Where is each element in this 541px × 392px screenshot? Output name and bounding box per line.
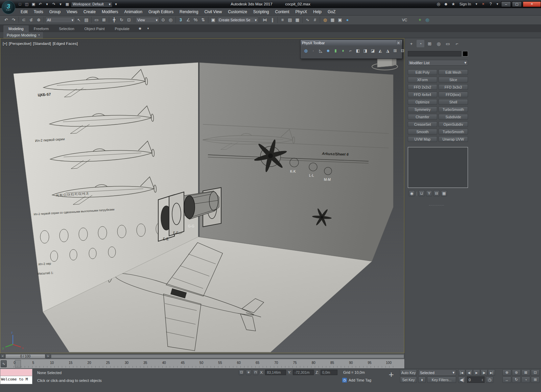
curve-editor-icon[interactable]: ∿ bbox=[304, 17, 311, 24]
project-folder-icon[interactable]: ▦ bbox=[64, 1, 70, 7]
modifier-button-smooth[interactable]: Smooth bbox=[408, 129, 437, 134]
track-bar[interactable]: ∿ 0 5 10 15 20 25 30 35 40 45 50 55 60 6… bbox=[0, 359, 404, 368]
workspace-caret-icon[interactable]: ▾ bbox=[113, 1, 119, 7]
new-scene-icon[interactable]: □ bbox=[17, 1, 23, 7]
make-unique-icon[interactable]: Y bbox=[426, 190, 432, 196]
menu-goz[interactable]: GoZ bbox=[325, 8, 338, 16]
viewport-menu-general[interactable]: [+] bbox=[3, 42, 7, 46]
configure-modifier-sets-icon[interactable]: ▦ bbox=[441, 190, 447, 196]
modifier-button-ffd2[interactable]: FFD 2x2x2 bbox=[408, 84, 437, 90]
modifier-button-edit-poly[interactable]: Edit Poly bbox=[408, 69, 437, 75]
tab-utilities-icon[interactable]: ⌐ bbox=[453, 40, 461, 47]
civil-view-icon[interactable]: + bbox=[416, 17, 423, 24]
menu-tools[interactable]: Tools bbox=[31, 8, 46, 16]
tab-object-paint[interactable]: Object Paint bbox=[79, 25, 110, 32]
physx-sim-start-icon[interactable]: ⊞ bbox=[392, 47, 398, 54]
modifier-button-symmetry[interactable]: Symmetry bbox=[408, 106, 437, 112]
time-configuration-icon[interactable]: ◷ bbox=[486, 376, 493, 383]
viewport-menu-shading[interactable]: [Standard] bbox=[33, 42, 51, 46]
x-coordinate-field[interactable]: 83,146m bbox=[265, 370, 286, 375]
next-key-button[interactable]: |▶ bbox=[480, 369, 488, 376]
tab-motion-icon[interactable]: ◎ bbox=[435, 40, 443, 47]
macro-recorder-pane[interactable] bbox=[0, 369, 32, 376]
redo-caret-icon[interactable]: ▾ bbox=[57, 1, 64, 7]
physx-capsule-icon[interactable]: ▮ bbox=[332, 47, 339, 54]
tab-modify-icon[interactable]: ◔ bbox=[417, 40, 424, 47]
perspective-viewport[interactable]: ЦКБ-57 Ил-2 первой серии A| B| C| D| E| … bbox=[0, 38, 404, 353]
tab-freeform[interactable]: Freeform bbox=[29, 25, 54, 32]
tab-display-icon[interactable]: ▭ bbox=[444, 40, 452, 47]
undo-icon[interactable]: ↶ bbox=[3, 17, 10, 24]
edit-named-selections-icon[interactable]: ▣ bbox=[210, 17, 217, 24]
current-frame-field[interactable]: 0 ▴▾ bbox=[467, 376, 485, 383]
modifier-button-creaseset[interactable]: CreaseSet bbox=[408, 121, 437, 127]
menu-rendering[interactable]: Rendering bbox=[177, 8, 201, 16]
select-and-place-icon[interactable]: ◎ bbox=[167, 17, 174, 24]
go-to-end-button[interactable]: ▶| bbox=[488, 369, 495, 376]
zoom-all-icon[interactable]: ⊛ bbox=[512, 369, 521, 376]
absolute-mode-icon[interactable]: ⊡ bbox=[239, 370, 244, 375]
menu-animation[interactable]: Animation bbox=[121, 8, 145, 16]
modifier-button-turbosmooth2[interactable]: TurboSmooth bbox=[439, 129, 468, 134]
menu-customize[interactable]: Customize bbox=[225, 8, 250, 16]
modifier-button-chamfer[interactable]: Chamfer bbox=[408, 114, 437, 120]
scene-explorer-icon[interactable]: ▤ bbox=[286, 17, 293, 24]
menu-group[interactable]: Group bbox=[46, 8, 64, 16]
crosshair-icon[interactable]: + bbox=[385, 369, 397, 380]
mirror-icon[interactable]: ⋈ bbox=[261, 17, 268, 24]
go-to-start-button[interactable]: |◀ bbox=[458, 369, 465, 376]
physx-sim-stop-icon[interactable]: ⊟ bbox=[399, 47, 406, 54]
select-by-name-icon[interactable]: ▤ bbox=[83, 17, 90, 24]
field-of-view-icon[interactable]: ◔ bbox=[521, 376, 530, 383]
modifier-button-subdivide[interactable]: Subdivide bbox=[439, 114, 468, 120]
tab-populate[interactable]: Populate bbox=[110, 25, 134, 32]
next-frame-arrow[interactable]: > bbox=[46, 354, 50, 359]
open-file-icon[interactable]: ◫ bbox=[24, 1, 30, 7]
a360-icon[interactable]: × bbox=[480, 1, 487, 7]
tab-create-icon[interactable]: + bbox=[407, 40, 415, 47]
mini-curve-editor-icon[interactable]: ∿ bbox=[1, 360, 7, 367]
modifier-button-ffd4[interactable]: FFD 4x4x4 bbox=[408, 92, 437, 97]
modifier-button-ffdbox[interactable]: FFD(box) bbox=[439, 92, 468, 97]
previous-key-button[interactable]: ◀| bbox=[466, 369, 473, 376]
sign-in-caret-icon[interactable]: ▾ bbox=[474, 1, 479, 7]
menu-edit[interactable]: Edit bbox=[18, 8, 31, 16]
undo-caret-icon[interactable]: ▾ bbox=[44, 1, 50, 7]
undo-icon[interactable]: ↶ bbox=[37, 1, 43, 7]
physx-point-icon[interactable]: ∙ bbox=[310, 47, 316, 54]
physx-ramp-icon[interactable]: ◺ bbox=[317, 47, 324, 54]
rendered-frame-window-icon[interactable]: ▣ bbox=[336, 17, 344, 24]
modifier-button-optimize[interactable]: Optimize bbox=[408, 99, 437, 105]
modifier-button-turbosmooth[interactable]: TurboSmooth bbox=[439, 106, 468, 112]
modifier-button-uvwmap[interactable]: UVW Map bbox=[408, 136, 437, 142]
listener-pane[interactable]: Welcome to M bbox=[0, 376, 32, 384]
time-slider-handle[interactable]: 0 / 100 bbox=[5, 354, 45, 359]
help-icon[interactable]: ? bbox=[487, 1, 494, 7]
layer-manager-icon[interactable]: ≡ bbox=[279, 17, 286, 24]
key-filters-button[interactable]: Key Filters... bbox=[427, 376, 456, 383]
menu-views[interactable]: Views bbox=[64, 8, 80, 16]
window-crossing-icon[interactable]: ⊠ bbox=[100, 17, 108, 24]
vc-label[interactable]: VC bbox=[402, 18, 407, 22]
physx-toolbar-window[interactable]: PhysX Toolbar × ◍ ∙ ◺ ☻ ▮ ♦ ⌐ ◧ ◨ ◪ ◭ ◮ … bbox=[300, 40, 402, 59]
show-end-result-icon[interactable]: ⊔ bbox=[419, 190, 425, 196]
redo-icon[interactable]: ↷ bbox=[51, 1, 57, 7]
orbit-icon[interactable]: ↻ bbox=[512, 376, 521, 383]
viewport-menu-pov[interactable]: [Perspective] bbox=[9, 42, 31, 46]
select-and-scale-icon[interactable]: ⊡ bbox=[125, 17, 133, 24]
render-setup-icon[interactable]: ▦ bbox=[329, 17, 336, 24]
ribbon-config-icon[interactable]: ◉ bbox=[137, 26, 143, 31]
menu-modifiers[interactable]: Modifiers bbox=[99, 8, 121, 16]
save-file-icon[interactable]: ▣ bbox=[30, 1, 37, 7]
rectangular-selection-region-icon[interactable]: ▭ bbox=[93, 17, 100, 24]
sign-in-link[interactable]: Sign In bbox=[457, 2, 473, 6]
frame-spinner[interactable]: ▴▾ bbox=[482, 378, 483, 381]
physx-toolbar-titlebar[interactable]: PhysX Toolbar × bbox=[301, 40, 402, 46]
select-and-rotate-icon[interactable]: ↻ bbox=[118, 17, 125, 24]
help-caret-icon[interactable]: ▾ bbox=[495, 1, 500, 7]
spinner-snap-icon[interactable]: ⇅ bbox=[199, 17, 207, 24]
menu-graph-editors[interactable]: Graph Editors bbox=[145, 8, 177, 16]
modifier-stack[interactable] bbox=[408, 147, 468, 188]
favorites-star-icon[interactable]: ★ bbox=[450, 1, 457, 7]
menu-create[interactable]: Create bbox=[80, 8, 99, 16]
